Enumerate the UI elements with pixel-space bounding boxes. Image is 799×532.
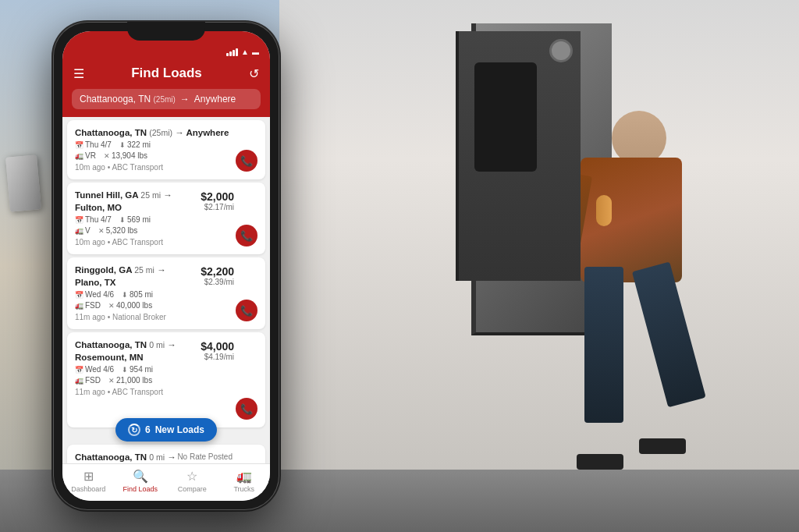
call-btn-3[interactable]: 📞 [236,300,257,321]
load-4-type: 🚛 FSD [75,376,101,385]
load-card-1[interactable]: Chattanooga, TN (25mi) → Anywhere 📅 Thu … [67,120,265,179]
search-bar[interactable]: Chattanooga, TN (25mi) → Anywhere [62,89,270,117]
truck-mirror [5,154,41,211]
load-3-price: $2,200 $2.39/mi [201,265,234,286]
load-2-type: 🚛 V [75,226,91,235]
find-loads-icon: 🔍 [133,469,148,484]
loads-list: Chattanooga, TN (25mi) → Anywhere 📅 Thu … [62,117,270,463]
bar-1 [226,53,229,56]
load-1-origin: Chattanooga, TN (25mi) → Anywhere [75,128,257,137]
person-leg-right [632,262,706,408]
new-loads-count: 6 [145,424,151,435]
weight-icon: ✕ [104,152,110,160]
battery-icon: ▬ [252,48,259,56]
phone-notch [127,22,205,41]
phone-device: ▲ ▬ ☰ Find Loads ↺ Chattanooga, TN (25mi… [53,22,279,510]
load-2-date-row: 📅 Thu 4/7 ⬇ 569 mi [75,215,257,224]
search-arrow: → [180,94,190,105]
load-3-meta: 🚛 FSD ✕ 40,000 lbs [75,301,257,310]
bottom-nav: ⊞ Dashboard 🔍 Find Loads ☆ Compare 🚛 Tru… [62,463,270,501]
miles-icon: ⬇ [119,141,126,149]
nav-find-loads[interactable]: 🔍 Find Loads [115,469,167,493]
miles-icon-4: ⬇ [122,366,128,374]
header-title: Find Loads [131,66,202,81]
no-rate-text: No Rate Posted [177,452,233,461]
load-3-date: 📅 Wed 4/6 [75,290,114,299]
load-3-weight: ✕ 40,000 lbs [108,301,152,310]
load-4-weight: ✕ 21,000 lbs [108,376,152,385]
load-card-5[interactable]: Chattanooga, TN 0 mi → Wilmington, NC 📅 … [67,445,265,463]
weight-icon-4: ✕ [108,377,115,385]
person-shoe-right [639,438,686,454]
truck-icon: 🚛 [75,152,83,160]
load-4-meta: 🚛 FSD ✕ 21,000 lbs [75,376,257,385]
weight-icon-2: ✕ [98,227,105,235]
dashboard-icon: ⊞ [83,469,94,484]
load-2-weight: ✕ 5,320 lbs [98,226,138,235]
person-leg-left [584,267,623,423]
new-loads-label: New Loads [155,424,204,435]
nav-trucks[interactable]: 🚛 Trucks [218,469,271,493]
load-card-4[interactable]: Chattanooga, TN 0 mi → Rosemount, MN 📅 W… [67,332,265,427]
truck-icon-2: 🚛 [75,227,83,235]
load-card-2[interactable]: Tunnel Hill, GA 25 mi → Fulton, MO 📅 Thu… [67,183,265,254]
truck-interior [456,31,581,281]
refresh-circle-icon: ↻ [128,424,140,436]
load-3-miles: ⬇ 805 mi [122,290,153,299]
refresh-icon[interactable]: ↺ [249,66,259,81]
wifi-icon: ▲ [241,48,249,56]
call-btn-1[interactable]: 📞 [236,150,257,172]
calendar-icon-4: 📅 [75,366,83,374]
truck-seat [474,62,537,172]
load-4-footer: 11m ago • ABC Transport [75,388,257,396]
load-1-date: 📅 Thu 4/7 [75,140,112,149]
truck-icon-4: 🚛 [75,377,83,385]
calendar-icon-3: 📅 [75,291,83,299]
destination-text: Anywhere [194,94,236,105]
load-4-miles: ⬇ 954 mi [122,365,153,374]
load-1-date-row: 📅 Thu 4/7 ⬇ 322 mi [75,140,257,149]
call-btn-4[interactable]: 📞 [236,398,257,420]
load-3-footer: 11m ago • National Broker [75,313,257,321]
nav-dashboard[interactable]: ⊞ Dashboard [62,469,115,493]
load-2-date: 📅 Thu 4/7 [75,215,112,224]
miles-icon-2: ⬇ [119,216,126,224]
person-shoe-left [577,454,623,470]
miles-icon-3: ⬇ [122,291,128,299]
load-1-meta: 🚛 VR ✕ 13,904 lbs [75,151,257,160]
nav-compare-label: Compare [178,485,207,493]
phone-frame: ▲ ▬ ☰ Find Loads ↺ Chattanooga, TN (25mi… [53,22,279,510]
origin-text: Chattanooga, TN (25mi) [80,94,176,105]
load-2-meta: 🚛 V ✕ 5,320 lbs [75,226,257,235]
load-1-weight: ✕ 13,904 lbs [104,151,147,160]
load-2-footer: 10m ago • ABC Transport [75,238,257,246]
bar-4 [236,48,238,56]
compare-icon: ☆ [186,469,197,484]
menu-icon[interactable]: ☰ [73,66,84,81]
signal-icon [226,48,238,56]
trucks-icon: 🚛 [236,469,252,484]
load-1-miles: ⬇ 322 mi [119,140,151,149]
bar-2 [229,51,232,56]
load-2-price: $2,000 $2.17/mi [201,190,234,211]
load-3-type: 🚛 FSD [75,301,101,310]
load-card-3[interactable]: Ringgold, GA 25 mi → Plano, TX 📅 Wed 4/6… [67,257,265,329]
load-1-type: 🚛 VR [75,151,96,160]
bar-3 [233,50,235,56]
new-loads-button[interactable]: ↻ 6 New Loads [115,418,217,442]
load-4-date: 📅 Wed 4/6 [75,365,114,374]
nav-dashboard-label: Dashboard [71,485,105,493]
calendar-icon-2: 📅 [75,216,83,224]
calendar-icon: 📅 [75,141,83,149]
phone-screen: ▲ ▬ ☰ Find Loads ↺ Chattanooga, TN (25mi… [62,31,270,501]
door-handle [596,195,612,226]
load-4-date-row: 📅 Wed 4/6 ⬇ 954 mi [75,365,257,374]
load-1-footer: 10m ago • ABC Transport [75,163,257,172]
nav-compare[interactable]: ☆ Compare [166,469,218,493]
status-icons: ▲ ▬ [226,48,259,56]
load-3-date-row: 📅 Wed 4/6 ⬇ 805 mi [75,290,257,299]
call-btn-2[interactable]: 📞 [236,225,257,246]
search-row[interactable]: Chattanooga, TN (25mi) → Anywhere [72,89,261,109]
app-header: ☰ Find Loads ↺ [62,59,270,89]
nav-trucks-label: Trucks [233,485,254,493]
